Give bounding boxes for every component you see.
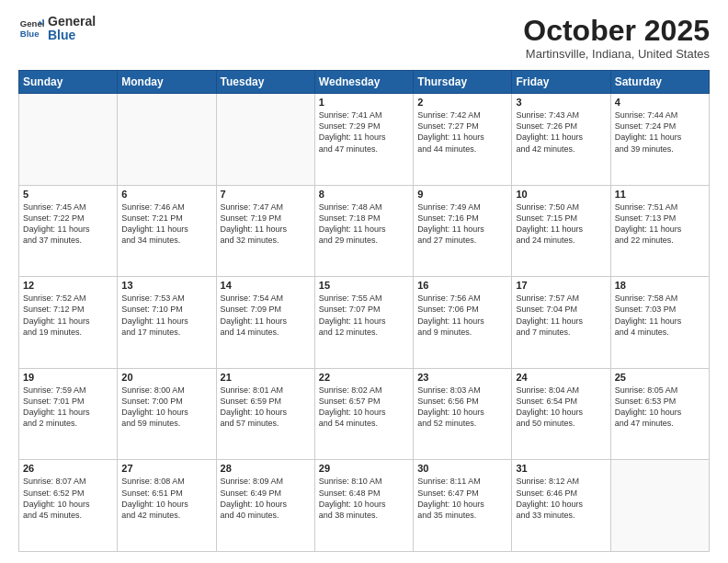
day-number: 18 xyxy=(615,280,705,291)
calendar-cell: 5Sunrise: 7:45 AMSunset: 7:22 PMDaylight… xyxy=(19,185,118,277)
day-number: 5 xyxy=(23,189,113,200)
calendar-cell: 18Sunrise: 7:58 AMSunset: 7:03 PMDayligh… xyxy=(610,277,709,369)
calendar-cell: 28Sunrise: 8:09 AMSunset: 6:49 PMDayligh… xyxy=(216,460,314,552)
logo-general-text: General xyxy=(48,15,96,29)
calendar-cell: 3Sunrise: 7:43 AMSunset: 7:26 PMDaylight… xyxy=(512,94,610,186)
weekday-header-thursday: Thursday xyxy=(414,71,512,94)
weekday-header-saturday: Saturday xyxy=(610,71,709,94)
day-info: Sunrise: 7:57 AMSunset: 7:04 PMDaylight:… xyxy=(516,293,606,338)
day-number: 13 xyxy=(121,280,211,291)
day-number: 7 xyxy=(221,189,311,200)
svg-text:Blue: Blue xyxy=(20,29,40,39)
calendar-cell: 9Sunrise: 7:49 AMSunset: 7:16 PMDaylight… xyxy=(414,185,512,277)
day-number: 11 xyxy=(615,189,705,200)
day-info: Sunrise: 8:12 AMSunset: 6:46 PMDaylight:… xyxy=(516,476,606,521)
calendar-cell: 23Sunrise: 8:03 AMSunset: 6:56 PMDayligh… xyxy=(414,368,512,460)
day-number: 1 xyxy=(319,97,409,108)
calendar-cell: 31Sunrise: 8:12 AMSunset: 6:46 PMDayligh… xyxy=(512,460,610,552)
calendar-cell: 14Sunrise: 7:54 AMSunset: 7:09 PMDayligh… xyxy=(216,277,314,369)
calendar-cell: 22Sunrise: 8:02 AMSunset: 6:57 PMDayligh… xyxy=(314,368,413,460)
week-row-3: 19Sunrise: 7:59 AMSunset: 7:01 PMDayligh… xyxy=(19,368,710,460)
calendar-cell xyxy=(118,94,216,186)
day-number: 29 xyxy=(319,463,409,474)
calendar-cell: 11Sunrise: 7:51 AMSunset: 7:13 PMDayligh… xyxy=(610,185,709,277)
logo-icon: General Blue xyxy=(18,16,44,41)
day-number: 8 xyxy=(319,189,409,200)
calendar-cell: 2Sunrise: 7:42 AMSunset: 7:27 PMDaylight… xyxy=(414,94,512,186)
day-info: Sunrise: 7:51 AMSunset: 7:13 PMDaylight:… xyxy=(615,201,705,247)
week-row-2: 12Sunrise: 7:52 AMSunset: 7:12 PMDayligh… xyxy=(19,277,710,369)
calendar-cell: 20Sunrise: 8:00 AMSunset: 7:00 PMDayligh… xyxy=(118,368,216,460)
day-info: Sunrise: 8:01 AMSunset: 6:59 PMDaylight:… xyxy=(221,385,311,430)
day-number: 26 xyxy=(23,463,113,474)
day-info: Sunrise: 8:02 AMSunset: 6:57 PMDaylight:… xyxy=(319,385,409,430)
day-info: Sunrise: 7:58 AMSunset: 7:03 PMDaylight:… xyxy=(615,293,705,338)
day-info: Sunrise: 7:49 AMSunset: 7:16 PMDaylight:… xyxy=(417,201,507,247)
calendar-cell: 8Sunrise: 7:48 AMSunset: 7:18 PMDaylight… xyxy=(314,185,413,277)
calendar-cell xyxy=(19,94,118,186)
weekday-header-wednesday: Wednesday xyxy=(314,71,413,94)
day-info: Sunrise: 8:08 AMSunset: 6:51 PMDaylight:… xyxy=(121,476,211,521)
day-info: Sunrise: 8:09 AMSunset: 6:49 PMDaylight:… xyxy=(221,476,311,521)
day-number: 4 xyxy=(615,97,705,108)
day-number: 19 xyxy=(23,372,113,383)
day-info: Sunrise: 7:48 AMSunset: 7:18 PMDaylight:… xyxy=(319,201,409,247)
calendar-cell: 16Sunrise: 7:56 AMSunset: 7:06 PMDayligh… xyxy=(414,277,512,369)
calendar-cell: 24Sunrise: 8:04 AMSunset: 6:54 PMDayligh… xyxy=(512,368,610,460)
week-row-4: 26Sunrise: 8:07 AMSunset: 6:52 PMDayligh… xyxy=(19,460,710,552)
logo: General Blue General Blue xyxy=(18,15,96,43)
day-number: 6 xyxy=(121,189,211,200)
calendar-cell: 7Sunrise: 7:47 AMSunset: 7:19 PMDaylight… xyxy=(216,185,314,277)
calendar-cell: 15Sunrise: 7:55 AMSunset: 7:07 PMDayligh… xyxy=(314,277,413,369)
day-info: Sunrise: 7:55 AMSunset: 7:07 PMDaylight:… xyxy=(319,293,409,338)
calendar-cell: 26Sunrise: 8:07 AMSunset: 6:52 PMDayligh… xyxy=(19,460,118,552)
day-info: Sunrise: 8:05 AMSunset: 6:53 PMDaylight:… xyxy=(615,385,705,430)
calendar-cell: 10Sunrise: 7:50 AMSunset: 7:15 PMDayligh… xyxy=(512,185,610,277)
day-info: Sunrise: 7:50 AMSunset: 7:15 PMDaylight:… xyxy=(516,201,606,247)
calendar-cell: 19Sunrise: 7:59 AMSunset: 7:01 PMDayligh… xyxy=(19,368,118,460)
day-info: Sunrise: 7:53 AMSunset: 7:10 PMDaylight:… xyxy=(121,293,211,338)
day-info: Sunrise: 8:00 AMSunset: 7:00 PMDaylight:… xyxy=(121,385,211,430)
calendar-cell: 27Sunrise: 8:08 AMSunset: 6:51 PMDayligh… xyxy=(118,460,216,552)
day-number: 17 xyxy=(516,280,606,291)
header: General Blue General Blue October 2025 M… xyxy=(18,15,710,61)
calendar-cell: 1Sunrise: 7:41 AMSunset: 7:29 PMDaylight… xyxy=(314,94,413,186)
day-number: 30 xyxy=(417,463,507,474)
day-number: 10 xyxy=(516,189,606,200)
day-number: 15 xyxy=(319,280,409,291)
day-info: Sunrise: 7:46 AMSunset: 7:21 PMDaylight:… xyxy=(121,201,211,247)
day-info: Sunrise: 7:41 AMSunset: 7:29 PMDaylight:… xyxy=(319,109,409,155)
weekday-header-row: SundayMondayTuesdayWednesdayThursdayFrid… xyxy=(19,71,710,94)
day-number: 22 xyxy=(319,372,409,383)
weekday-header-friday: Friday xyxy=(512,71,610,94)
month-title: October 2025 xyxy=(523,15,710,47)
day-number: 28 xyxy=(221,463,311,474)
day-info: Sunrise: 7:56 AMSunset: 7:06 PMDaylight:… xyxy=(417,293,507,338)
week-row-1: 5Sunrise: 7:45 AMSunset: 7:22 PMDaylight… xyxy=(19,185,710,277)
day-info: Sunrise: 8:04 AMSunset: 6:54 PMDaylight:… xyxy=(516,385,606,430)
day-number: 23 xyxy=(417,372,507,383)
calendar-table: SundayMondayTuesdayWednesdayThursdayFrid… xyxy=(18,70,710,552)
day-info: Sunrise: 7:54 AMSunset: 7:09 PMDaylight:… xyxy=(221,293,311,338)
calendar-cell: 21Sunrise: 8:01 AMSunset: 6:59 PMDayligh… xyxy=(216,368,314,460)
weekday-header-tuesday: Tuesday xyxy=(216,71,314,94)
page: General Blue General Blue October 2025 M… xyxy=(0,0,728,563)
calendar-cell: 29Sunrise: 8:10 AMSunset: 6:48 PMDayligh… xyxy=(314,460,413,552)
calendar-cell: 6Sunrise: 7:46 AMSunset: 7:21 PMDaylight… xyxy=(118,185,216,277)
day-number: 20 xyxy=(121,372,211,383)
day-number: 12 xyxy=(23,280,113,291)
day-number: 2 xyxy=(417,97,507,108)
logo-blue-text: Blue xyxy=(48,29,96,42)
location: Martinsville, Indiana, United States xyxy=(523,47,710,61)
week-row-0: 1Sunrise: 7:41 AMSunset: 7:29 PMDaylight… xyxy=(19,94,710,186)
day-info: Sunrise: 7:42 AMSunset: 7:27 PMDaylight:… xyxy=(417,109,507,155)
day-info: Sunrise: 7:59 AMSunset: 7:01 PMDaylight:… xyxy=(23,385,113,430)
calendar-cell xyxy=(216,94,314,186)
day-number: 24 xyxy=(516,372,606,383)
weekday-header-monday: Monday xyxy=(118,71,216,94)
logo-text: General Blue xyxy=(48,15,96,43)
day-info: Sunrise: 7:43 AMSunset: 7:26 PMDaylight:… xyxy=(516,109,606,155)
day-info: Sunrise: 7:47 AMSunset: 7:19 PMDaylight:… xyxy=(221,201,311,247)
calendar-cell: 17Sunrise: 7:57 AMSunset: 7:04 PMDayligh… xyxy=(512,277,610,369)
day-number: 27 xyxy=(121,463,211,474)
